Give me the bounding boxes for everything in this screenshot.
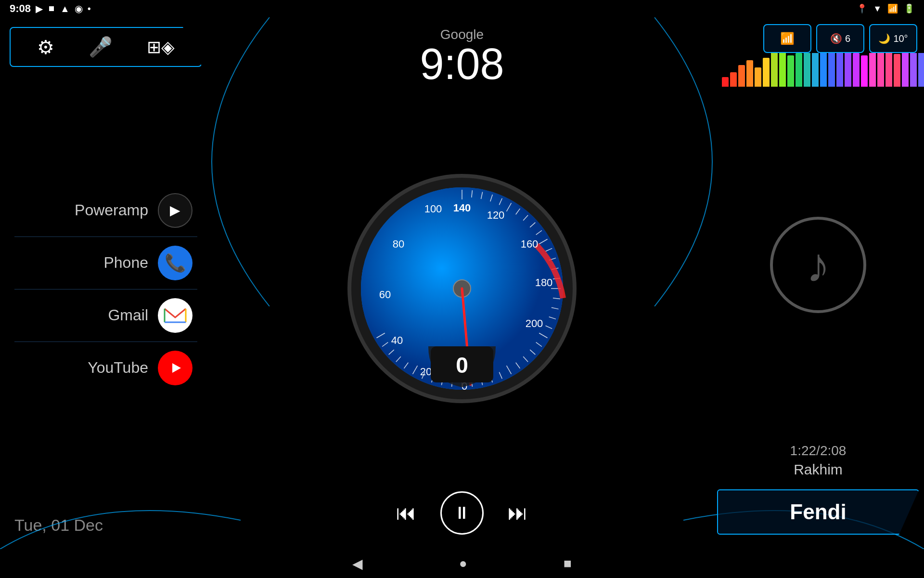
eq-bar-18 [869, 53, 876, 87]
microphone-icon[interactable]: 🎤 [89, 36, 113, 58]
recents-button[interactable]: ■ [564, 556, 572, 571]
prev-button[interactable]: ⏮ [396, 501, 416, 525]
music-icon-area: ♪ [712, 92, 924, 438]
svg-text:60: 60 [379, 289, 391, 301]
music-icon: ♪ [770, 217, 866, 313]
speedometer-container: 140 120 160 180 200 100 80 60 40 20 0 [346, 86, 578, 491]
back-button[interactable]: ◀ [352, 556, 363, 572]
eq-bar-19 [877, 53, 884, 87]
equalizer [712, 53, 924, 92]
app-item-poweramp[interactable]: Poweramp ▶ [14, 184, 197, 237]
svg-text:100: 100 [424, 203, 442, 215]
eq-bar-10 [804, 53, 810, 87]
app-item-youtube[interactable]: YouTube [14, 342, 197, 394]
location-icon: 📍 [857, 3, 867, 14]
time-display: Google 9:08 [420, 17, 504, 86]
eq-bar-11 [812, 53, 819, 87]
eq-bar-23 [910, 53, 917, 87]
svg-text:120: 120 [487, 209, 505, 221]
eq-bar-22 [902, 53, 909, 87]
phone-icon[interactable]: 📞 [158, 246, 192, 280]
time-value: 9:08 [420, 42, 504, 86]
wifi-icon: 📶 [780, 32, 795, 45]
svg-text:40: 40 [391, 334, 403, 346]
wifi-status-widget: 📶 [763, 24, 811, 53]
signal-icon: 📶 [887, 3, 898, 14]
speedometer: 140 120 160 180 200 100 80 60 40 20 0 [346, 173, 578, 404]
pause-button[interactable]: ⏸ [440, 491, 484, 535]
eq-bar-8 [787, 55, 794, 87]
next-button[interactable]: ⏭ [508, 501, 528, 525]
volume-level: 6 [845, 33, 850, 44]
eq-bar-2 [738, 65, 745, 87]
app-item-phone[interactable]: Phone 📞 [14, 237, 197, 289]
weather-status-widget: 🌙 10° [869, 24, 917, 53]
mute-icon: 🔇 [830, 33, 842, 44]
eq-bar-1 [730, 72, 737, 87]
eq-bar-21 [894, 54, 900, 87]
svg-text:0: 0 [456, 353, 468, 378]
svg-text:140: 140 [453, 202, 471, 214]
eq-bar-15 [845, 53, 851, 87]
eq-bar-4 [755, 67, 761, 87]
volume-status-widget: 🔇 6 [816, 24, 864, 53]
plex-icon: ◉ [75, 3, 83, 14]
app-item-gmail[interactable]: Gmail [14, 289, 197, 342]
eq-bar-5 [763, 58, 770, 87]
eq-bar-0 [722, 77, 729, 87]
app-label-poweramp: Poweramp [75, 201, 148, 219]
track-time: 1:22/2:08 [717, 443, 919, 459]
eq-bar-24 [918, 53, 924, 87]
date-display: Tue, 01 Dec [0, 506, 212, 549]
temperature: 10° [893, 33, 908, 44]
app-label-youtube: YouTube [88, 359, 148, 377]
eq-bar-9 [796, 53, 802, 87]
settings-icon[interactable]: ⚙ [37, 36, 54, 58]
right-status-bar: 📶 🔇 6 🌙 10° [712, 17, 924, 53]
status-right: 📍 ▼ 📶 🔋 [857, 3, 914, 14]
svg-text:160: 160 [521, 238, 539, 250]
right-panel: 📶 🔇 6 🌙 10° ♪ 1:22/2:08 Rakhim Fendi [712, 17, 924, 549]
track-artist: Rakhim [717, 461, 919, 478]
play-icon: ▶ [36, 3, 43, 14]
app-label-gmail: Gmail [108, 306, 148, 324]
control-bar: ⚙ 🎤 ⊞◈ [10, 27, 202, 67]
svg-text:180: 180 [535, 276, 553, 289]
nav-bar: ◀ ● ■ [0, 549, 924, 578]
track-info: 1:22/2:08 Rakhim [712, 438, 924, 483]
youtube-icon[interactable] [158, 351, 192, 385]
speedometer-svg: 140 120 160 180 200 100 80 60 40 20 0 [346, 173, 578, 404]
eq-bar-13 [828, 53, 835, 87]
svg-text:80: 80 [393, 238, 404, 250]
eq-bar-14 [836, 53, 843, 87]
svg-text:200: 200 [526, 317, 543, 329]
dot-icon: • [88, 3, 91, 14]
song-banner: Fendi [717, 489, 919, 535]
battery-icon: 🔋 [904, 3, 914, 14]
app-label-phone: Phone [103, 254, 148, 272]
stop-icon: ⏹ [48, 4, 55, 13]
eq-bar-12 [820, 53, 827, 87]
poweramp-play-button[interactable]: ▶ [158, 193, 192, 228]
home-button[interactable]: ● [459, 556, 467, 571]
svg-text:20: 20 [420, 366, 432, 378]
eq-bar-16 [853, 53, 860, 87]
app-list: Poweramp ▶ Phone 📞 Gmail YouTube [0, 72, 212, 506]
status-bar: 9:08 ▶ ⏹ ▲ ◉ • 📍 ▼ 📶 🔋 [0, 0, 924, 17]
eq-bar-20 [886, 53, 892, 87]
moon-icon: 🌙 [878, 33, 890, 44]
center-panel: Google 9:08 [212, 17, 712, 549]
eq-bar-3 [746, 60, 753, 87]
left-panel: ⚙ 🎤 ⊞◈ Poweramp ▶ Phone 📞 Gmail [0, 17, 212, 549]
status-left: 9:08 ▶ ⏹ ▲ ◉ • [10, 2, 91, 15]
status-time: 9:08 [10, 2, 31, 15]
autodesk-icon: ▲ [60, 3, 70, 14]
media-controls: ⏮ ⏸ ⏭ [396, 491, 528, 549]
eq-bar-6 [771, 53, 778, 87]
eq-bar-7 [779, 53, 786, 87]
gmail-icon[interactable] [158, 298, 192, 333]
grid-icon[interactable]: ⊞◈ [147, 37, 175, 57]
wifi-status-icon: ▼ [873, 4, 882, 14]
eq-bar-17 [861, 55, 868, 87]
